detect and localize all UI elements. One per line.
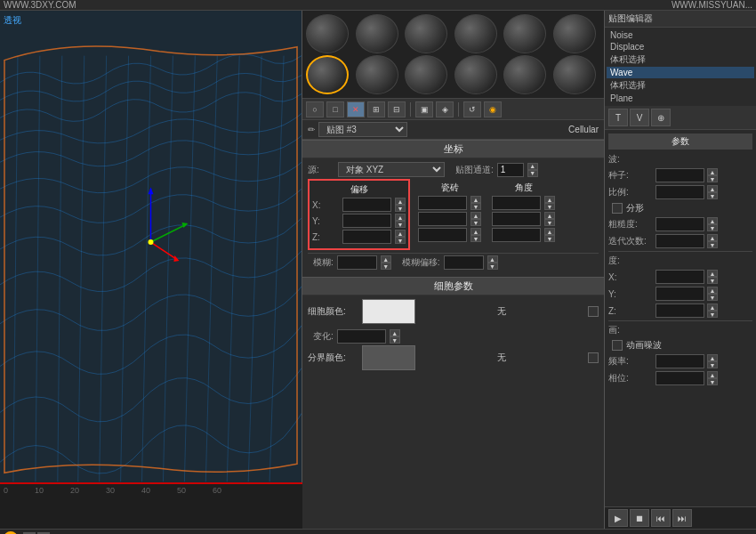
- cell-color-checkbox[interactable]: [588, 306, 599, 317]
- ratio-spinner[interactable]: ▲ ▼: [707, 185, 718, 199]
- tb-box-btn[interactable]: □: [326, 101, 344, 117]
- map-channel-up[interactable]: ▲: [527, 163, 538, 170]
- mat-ball-6[interactable]: [553, 14, 596, 53]
- roughness-spinner[interactable]: ▲ ▼: [707, 217, 718, 231]
- tb-reset-btn[interactable]: ↺: [463, 101, 481, 117]
- tb-delete-btn[interactable]: ✕: [347, 101, 365, 117]
- 3d-viewport[interactable]: 透视: [0, 11, 302, 482]
- mat-ball-2[interactable]: [356, 14, 398, 53]
- freq-up[interactable]: ▲: [707, 354, 718, 361]
- angle-x-up[interactable]: ▲: [544, 196, 555, 203]
- map-select[interactable]: 贴图 #3: [318, 122, 407, 137]
- freq-spinner[interactable]: ▲ ▼: [707, 354, 718, 368]
- mat-ball-11[interactable]: [503, 55, 546, 94]
- x-size-input[interactable]: 4.0m: [655, 270, 704, 284]
- ratio-up[interactable]: ▲: [707, 185, 718, 192]
- tiles-y-spinner[interactable]: ▲ ▼: [470, 212, 481, 226]
- y-size-down[interactable]: ▼: [707, 294, 718, 301]
- mat-ball-8[interactable]: [356, 55, 398, 94]
- mirror-offset-up[interactable]: ▲: [487, 255, 498, 263]
- y-size-input[interactable]: 8.0m: [655, 287, 704, 301]
- mat-ball-4[interactable]: [454, 14, 497, 53]
- timeline-bar[interactable]: 0 10 20 30 40 50 60: [0, 482, 302, 529]
- rb-btn-2[interactable]: ⏹: [630, 509, 649, 527]
- rb-btn-4[interactable]: ⏭: [672, 509, 692, 527]
- mirror-offset-down[interactable]: ▼: [487, 263, 498, 270]
- plugin-volume1[interactable]: 体积选择: [607, 53, 754, 67]
- z-size-spinner[interactable]: ▲ ▼: [707, 303, 718, 318]
- rb-btn-3[interactable]: ⏮: [651, 509, 671, 527]
- angle-z-up[interactable]: ▲: [544, 228, 555, 235]
- tiles-x-down[interactable]: ▼: [470, 203, 481, 210]
- mat-ball-12[interactable]: [553, 55, 596, 94]
- rt-btn-t[interactable]: T: [608, 109, 628, 126]
- angle-y-up[interactable]: ▲: [544, 212, 555, 219]
- rt-btn-plus[interactable]: ⊕: [651, 109, 671, 126]
- x-size-spinner[interactable]: ▲ ▼: [707, 270, 718, 284]
- tb-sphere-btn[interactable]: ○: [306, 101, 324, 117]
- tiles-x-input[interactable]: 1.0: [418, 196, 467, 210]
- mirror-input[interactable]: 1.0: [337, 255, 377, 270]
- angle-y-down[interactable]: ▼: [544, 219, 555, 226]
- tb-select-btn[interactable]: ◈: [436, 101, 454, 117]
- offset-x-up[interactable]: ▲: [395, 198, 406, 205]
- ratio-input[interactable]: 11.282: [655, 185, 704, 199]
- mirror-up[interactable]: ▲: [381, 255, 391, 263]
- offset-y-input[interactable]: 13.6: [342, 214, 391, 228]
- tiles-z-input[interactable]: 1.0: [418, 228, 467, 242]
- ratio-down[interactable]: ▼: [707, 192, 718, 199]
- plugin-displace[interactable]: Displace: [607, 41, 754, 53]
- mirror-offset-input[interactable]: 0.0: [444, 255, 484, 270]
- offset-y-up[interactable]: ▲: [395, 214, 406, 221]
- offset-y-down[interactable]: ▼: [395, 221, 406, 228]
- phase-input[interactable]: 100: [655, 371, 704, 385]
- tb-copy-btn[interactable]: ⊞: [367, 101, 385, 117]
- tiles-y-down[interactable]: ▼: [470, 219, 481, 226]
- angle-y-spinner[interactable]: ▲ ▼: [544, 212, 555, 226]
- border-color-swatch[interactable]: [362, 345, 415, 370]
- plugin-noise[interactable]: Noise: [607, 29, 754, 41]
- angle-y-input[interactable]: 0.0: [492, 212, 541, 226]
- angle-x-spinner[interactable]: ▲ ▼: [544, 196, 555, 210]
- tb-paste-btn[interactable]: ⊟: [388, 101, 406, 117]
- offset-x-down[interactable]: ▼: [395, 205, 406, 212]
- mat-ball-7[interactable]: [306, 55, 349, 94]
- roughness-down[interactable]: ▼: [707, 224, 718, 231]
- rt-btn-v[interactable]: V: [630, 109, 649, 126]
- mat-ball-9[interactable]: [405, 55, 447, 94]
- border-color-checkbox[interactable]: [588, 352, 599, 363]
- phase-down[interactable]: ▼: [707, 378, 718, 385]
- tiles-z-up[interactable]: ▲: [470, 228, 481, 235]
- iterations-spinner[interactable]: ▲ ▼: [707, 234, 718, 248]
- map-channel-down[interactable]: ▼: [527, 170, 538, 177]
- tiles-z-spinner[interactable]: ▲ ▼: [470, 228, 481, 242]
- iterations-down[interactable]: ▼: [707, 241, 718, 248]
- change-input[interactable]: 0.0: [337, 329, 386, 344]
- angle-z-input[interactable]: 0.0: [492, 228, 541, 242]
- iterations-input[interactable]: 6.0: [655, 234, 704, 248]
- mat-ball-5[interactable]: [503, 14, 546, 53]
- offset-z-up[interactable]: ▲: [395, 230, 406, 237]
- map-channel-input[interactable]: [497, 163, 524, 177]
- z-size-up[interactable]: ▲: [707, 303, 718, 311]
- change-spinner[interactable]: ▲ ▼: [390, 329, 400, 344]
- change-up[interactable]: ▲: [390, 329, 400, 336]
- anim-wave-checkbox[interactable]: [612, 340, 623, 351]
- angle-x-input[interactable]: 0.0: [492, 196, 541, 210]
- offset-y-spinner[interactable]: ▲ ▼: [395, 214, 406, 228]
- phase-up[interactable]: ▲: [707, 371, 718, 378]
- y-size-up[interactable]: ▲: [707, 287, 718, 294]
- mirror-spinner[interactable]: ▲ ▼: [381, 255, 391, 270]
- map-channel-spinner[interactable]: ▲ ▼: [527, 163, 538, 177]
- plugin-volume2[interactable]: 体积选择: [607, 78, 754, 93]
- mat-ball-3[interactable]: [405, 14, 447, 53]
- tb-highlight-btn[interactable]: ◉: [484, 101, 502, 117]
- mat-ball-10[interactable]: [454, 55, 497, 94]
- tiles-z-down[interactable]: ▼: [470, 235, 481, 242]
- z-size-input[interactable]: 0.0m: [655, 303, 704, 318]
- rb-btn-1[interactable]: ▶: [608, 509, 628, 527]
- cell-color-swatch[interactable]: [362, 299, 415, 324]
- mat-ball-1[interactable]: [306, 14, 349, 53]
- offset-x-input[interactable]: 0.0: [342, 198, 391, 212]
- tiles-y-input[interactable]: 1.0: [418, 212, 467, 226]
